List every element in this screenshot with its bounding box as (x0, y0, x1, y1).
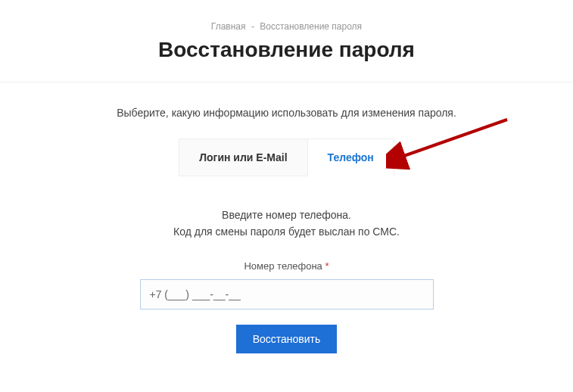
submit-button[interactable]: Восстановить (236, 325, 338, 353)
form-area: Введите номер телефона. Код для смены па… (0, 207, 573, 353)
instruction-text: Выберите, какую информацию использовать … (0, 107, 573, 119)
form-instruction-line2: Код для смены пароля будет выслан по СМС… (0, 223, 573, 240)
page-title: Восстановление пароля (0, 38, 573, 62)
required-mark: * (325, 260, 329, 272)
tab-phone[interactable]: Телефон (307, 138, 394, 176)
form-instruction-line1: Введите номер телефона. (0, 207, 573, 223)
tabs-container: Логин или E-Mail Телефон (0, 138, 573, 176)
phone-input[interactable] (140, 279, 434, 310)
breadcrumb: Главная - Восстановление пароля (0, 0, 573, 32)
phone-label-text: Номер телефона (244, 260, 322, 272)
tab-login-email[interactable]: Логин или E-Mail (179, 138, 307, 176)
breadcrumb-home-link[interactable]: Главная (211, 21, 246, 32)
divider (0, 82, 573, 82)
phone-field-label: Номер телефона * (0, 260, 573, 272)
breadcrumb-current: Восстановление пароля (260, 21, 362, 32)
breadcrumb-separator: - (251, 21, 254, 32)
